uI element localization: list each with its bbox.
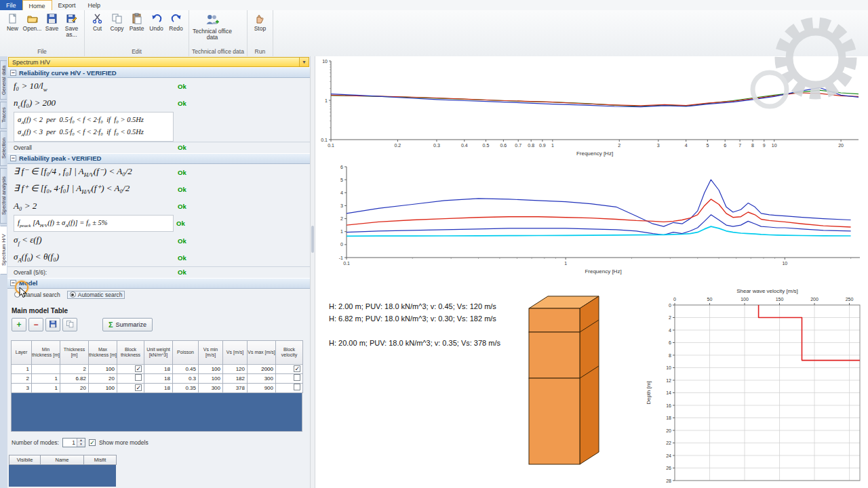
menu-tab-export[interactable]: Export [52, 0, 82, 10]
svg-text:1: 1 [325, 98, 328, 103]
column-header[interactable]: Misfit [84, 455, 117, 464]
open-button[interactable]: Open... [22, 11, 42, 33]
redo-button[interactable]: Redo [166, 11, 186, 33]
copy-button[interactable]: Copy [107, 11, 127, 33]
menu-tab-help[interactable]: Help [82, 0, 107, 10]
column-header[interactable]: Min thickness [m] [32, 340, 60, 364]
new-button[interactable]: New [3, 11, 22, 33]
column-header[interactable]: Max thickness [m] [89, 340, 117, 364]
radio-automatic-search[interactable]: Automatic search [67, 291, 125, 299]
table-cell[interactable]: 300 [199, 383, 223, 392]
collapse-icon[interactable]: − [10, 70, 16, 76]
svg-text:26: 26 [666, 466, 671, 470]
table-cell[interactable]: 100 [199, 364, 223, 373]
column-header[interactable]: Visibile [9, 455, 41, 464]
cut-button[interactable]: Cut [87, 11, 107, 33]
table-cell[interactable]: 20 [60, 383, 89, 392]
table-row: 112100✓180.451001202000✓ [12, 364, 303, 373]
column-header[interactable]: Poisson [173, 340, 199, 364]
column-header[interactable]: Layer [12, 340, 32, 364]
panel-scrollbar[interactable] [310, 56, 315, 488]
add-layer-button[interactable]: + [12, 318, 26, 331]
table-cell[interactable]: 18 [144, 364, 173, 373]
table-cell[interactable]: 20 [89, 373, 117, 383]
table-cell[interactable]: 0.35 [173, 383, 199, 392]
layer-info-text: H: 2.00 m; PUV: 18.0 kN/m^3; v: 0.45; Vs… [329, 300, 500, 349]
undo-button[interactable]: Undo [146, 11, 166, 33]
cell-checkbox[interactable] [294, 374, 300, 381]
menu-tab-home[interactable]: Home [22, 0, 52, 10]
save-table-button[interactable] [45, 318, 60, 331]
sidebar-tab-spectral-analysis[interactable]: Spectral analysis [0, 168, 7, 224]
copy-table-button[interactable] [62, 318, 77, 331]
paste-button[interactable]: Paste [127, 11, 146, 33]
column-header[interactable]: Thickness [m] [60, 340, 89, 364]
collapse-icon[interactable]: − [10, 155, 16, 161]
menu-tab-file[interactable]: File [0, 0, 22, 10]
column-header[interactable]: Vs max [m/s] [248, 340, 276, 364]
stop-button[interactable]: Stop [250, 11, 270, 33]
column-header[interactable]: Block thickness [117, 340, 144, 364]
cell-checkbox[interactable]: ✓ [135, 365, 142, 372]
summarize-button[interactable]: Σ Summarize [102, 318, 153, 331]
column-header[interactable]: Vs min [m/s] [199, 340, 223, 364]
save-as-icon [66, 13, 78, 25]
svg-text:0: 0 [669, 303, 671, 308]
svg-text:Frequency [Hz]: Frequency [Hz] [585, 268, 621, 274]
table-cell[interactable]: 378 [223, 383, 248, 392]
column-header[interactable]: Block velocity [276, 340, 303, 364]
sidebar-tab-general-data[interactable]: General data [0, 60, 7, 100]
section-dropdown[interactable]: Spectrum H/V ▼ [8, 57, 309, 67]
table-cell[interactable]: 1 [32, 373, 60, 383]
sidebar-tab-selection[interactable]: Selection [0, 131, 7, 166]
main-model-table[interactable]: LayerMin thickness [m]Thickness [m]Max t… [11, 340, 310, 393]
table-cell[interactable]: 18 [144, 373, 173, 383]
table-cell[interactable]: 900 [248, 383, 276, 392]
section-header[interactable]: −Reliability peak - VERIFIED [7, 153, 310, 164]
model-section-header[interactable]: − Model [7, 278, 310, 289]
modes-value[interactable]: 1 [63, 439, 77, 447]
show-more-models-checkbox[interactable]: ✓ [89, 439, 96, 446]
table-cell[interactable]: 120 [223, 364, 248, 373]
sidebar-tab-spectrum-h-v[interactable]: Spectrum H/V [0, 226, 7, 274]
spinner-down-icon[interactable]: ▼ [77, 443, 85, 447]
table-cell[interactable]: 2 [60, 364, 89, 373]
table-cell[interactable]: 1 [32, 383, 60, 392]
cell-checkbox[interactable] [294, 384, 300, 390]
chevron-down-icon[interactable]: ▼ [299, 58, 309, 66]
table-cell[interactable]: 1 [32, 364, 60, 373]
layer-info-line: H: 2.00 m; PUV: 18.0 kN/m^3; v: 0.45; Vs… [329, 300, 500, 312]
table-cell[interactable]: 100 [89, 364, 117, 373]
criterion-formula: σA(f) < 2 per 0.5·f₀ < f < 2·f₀ if f₀ > … [14, 112, 174, 142]
technical-office-data-button[interactable]: Technical office data [192, 11, 233, 41]
cell-checkbox[interactable]: ✓ [135, 384, 142, 391]
table-cell[interactable]: 2000 [248, 364, 276, 373]
modes-spinner[interactable]: 1 ▲ ▼ [62, 438, 85, 447]
table-cell[interactable]: 300 [248, 373, 276, 383]
svg-text:0.3: 0.3 [433, 143, 440, 148]
sidebar-tab-traces[interactable]: Traces [0, 102, 7, 129]
table-cell[interactable]: 18 [144, 383, 173, 392]
table-row: 216.8220180.3100182300 [12, 373, 303, 383]
criterion-row: Overall (5/6):Ok [7, 266, 310, 278]
column-header[interactable]: Name [41, 455, 84, 464]
table-cell[interactable]: 6.82 [60, 373, 89, 383]
table-cell[interactable]: 182 [223, 373, 248, 383]
column-header[interactable]: Vs [m/s] [223, 340, 248, 364]
table-cell[interactable]: 0.3 [173, 373, 199, 383]
table-cell[interactable]: 0.45 [173, 364, 199, 373]
undo-icon [151, 13, 163, 25]
column-header[interactable]: Unit weight [kN/m^3] [144, 340, 173, 364]
table-cell[interactable]: 100 [199, 373, 223, 383]
cell-checkbox[interactable]: ✓ [294, 365, 300, 372]
models-list-table[interactable]: VisibileNameMisfit [9, 455, 310, 465]
table-cell[interactable]: 100 [89, 383, 117, 392]
remove-layer-button[interactable]: − [28, 318, 43, 331]
scrollbar-thumb[interactable] [311, 226, 314, 253]
save-as-button[interactable]: Save as... [62, 11, 81, 39]
section-header[interactable]: −Reliability curve H/V - VERIFIED [7, 67, 310, 78]
save-button[interactable]: Save [42, 11, 62, 33]
charts-area: 0.10.20.30.40.50.60.70.80.91234567891020… [315, 56, 868, 488]
svg-text:20: 20 [666, 428, 671, 433]
cell-checkbox[interactable] [135, 374, 142, 381]
